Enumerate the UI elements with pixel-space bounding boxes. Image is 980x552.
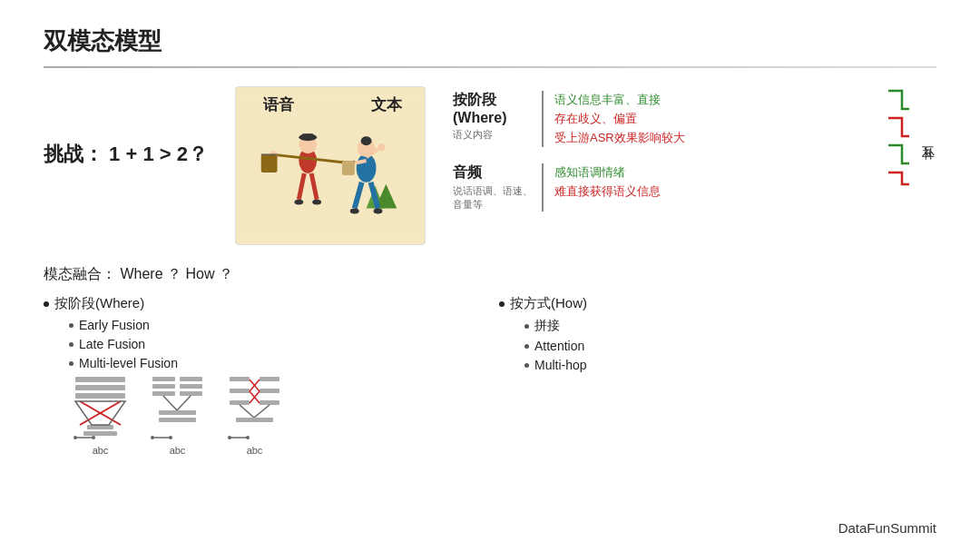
- left-item-2-label: Late Fusion: [79, 337, 145, 351]
- svg-rect-39: [152, 384, 175, 389]
- slide: 双模态模型 挑战： 1 + 1 > 2？ 语音 文本: [0, 0, 980, 552]
- left-item-3-label: Multi-level Fusion: [79, 356, 178, 370]
- left-item-1-dot: [69, 323, 74, 328]
- illus-text-label: 文本: [371, 94, 402, 115]
- svg-rect-32: [83, 431, 117, 436]
- right-bullet-dot: [499, 301, 505, 307]
- left-bullet-dot: [44, 301, 49, 307]
- title-divider: [44, 66, 936, 68]
- diagram-2: abc: [148, 372, 207, 456]
- svg-point-24: [374, 209, 383, 214]
- svg-line-61: [254, 405, 270, 418]
- svg-point-36: [92, 436, 95, 439]
- fusion-diagrams: abc: [71, 372, 481, 456]
- left-col: 按阶段(Where) Early Fusion Late Fusion Mult…: [44, 295, 481, 456]
- illus-speech-label: 语音: [263, 94, 294, 115]
- left-item-3-dot: [69, 361, 74, 366]
- svg-rect-62: [236, 418, 273, 422]
- info-row-text: 按阶段(Where) 语义内容 语义信息丰富、直接 存在歧义、偏置 受上游ASR…: [453, 91, 848, 147]
- right-item-1: 拼接: [524, 318, 936, 334]
- info-sub-label-text: 语义内容: [453, 128, 534, 142]
- diagram-1-label: abc: [93, 445, 109, 456]
- svg-point-35: [74, 436, 77, 439]
- info-bullet-text-red1: 存在歧义、偏置: [554, 110, 848, 129]
- right-item-1-label: 拼接: [534, 318, 560, 334]
- svg-rect-26: [75, 377, 125, 382]
- info-main-label-text: 按阶段(Where): [453, 91, 534, 126]
- left-item-2-dot: [69, 342, 74, 347]
- info-label-text-col: 按阶段(Where) 语义内容: [453, 91, 534, 142]
- svg-point-17: [361, 136, 372, 145]
- svg-rect-54: [230, 400, 250, 405]
- info-row-audio: 音频 说话语调、语速、音量等 感知语调情绪 难直接获得语义信息: [453, 163, 848, 212]
- complement-svg: [884, 86, 911, 186]
- right-main-bullet: 按方式(How): [499, 295, 936, 312]
- svg-rect-28: [75, 393, 125, 399]
- svg-rect-55: [260, 400, 279, 405]
- svg-point-11: [294, 200, 303, 205]
- svg-rect-13: [261, 154, 278, 172]
- left-col-title: 按阶段(Where): [54, 295, 144, 312]
- svg-rect-46: [159, 418, 196, 422]
- complement-area: 互补: [884, 86, 936, 186]
- branding: DataFunSummit: [838, 520, 936, 536]
- right-item-2: Attention: [524, 339, 936, 353]
- info-bullet-audio-green1: 感知语调情绪: [554, 163, 848, 182]
- svg-rect-51: [260, 377, 279, 381]
- svg-point-48: [151, 436, 154, 439]
- bottom-section: 模态融合： Where ？ How ？ 按阶段(Where) Early Fus…: [44, 265, 936, 456]
- svg-rect-25: [342, 161, 355, 175]
- left-item-1-label: Early Fusion: [79, 318, 150, 332]
- svg-rect-27: [75, 385, 125, 390]
- top-section: 挑战： 1 + 1 > 2？ 语音 文本: [44, 86, 936, 245]
- svg-point-12: [312, 200, 321, 205]
- mode-fusion-title: 模态融合： Where ？ How ？: [44, 265, 936, 284]
- right-item-2-dot: [524, 344, 529, 349]
- right-col: 按方式(How) 拼接 Attention Multi-hop: [499, 295, 936, 456]
- challenge-text: 挑战： 1 + 1 > 2？: [44, 141, 208, 168]
- info-main-label-audio: 音频: [453, 163, 534, 182]
- illustration-box: 语音 文本: [235, 86, 426, 245]
- svg-point-49: [169, 436, 172, 439]
- info-sub-label-audio: 说话语调、语速、音量等: [453, 184, 534, 212]
- svg-rect-45: [159, 410, 196, 415]
- svg-point-65: [246, 436, 250, 439]
- left-main-bullet: 按阶段(Where): [44, 295, 481, 312]
- diagram-1: abc: [71, 372, 130, 456]
- info-divider-v1: [542, 91, 544, 147]
- diagram-3-label: abc: [247, 445, 263, 456]
- svg-point-15: [357, 153, 377, 182]
- svg-rect-41: [152, 391, 175, 396]
- svg-line-44: [177, 396, 191, 410]
- page-title: 双模态模型: [44, 25, 936, 57]
- two-columns: 按阶段(Where) Early Fusion Late Fusion Mult…: [44, 295, 936, 456]
- info-panel: 按阶段(Where) 语义内容 语义信息丰富、直接 存在歧义、偏置 受上游ASR…: [453, 91, 848, 212]
- left-item-3: Multi-level Fusion: [69, 356, 481, 370]
- svg-point-23: [350, 209, 359, 214]
- svg-rect-38: [180, 377, 202, 381]
- left-sub-bullets: Early Fusion Late Fusion Multi-level Fus…: [44, 318, 481, 370]
- info-label-audio-col: 音频 说话语调、语速、音量等: [453, 163, 534, 212]
- svg-rect-50: [230, 377, 250, 381]
- info-bullet-text-red2: 受上游ASR效果影响较大: [554, 129, 848, 148]
- svg-rect-53: [260, 389, 279, 393]
- svg-point-64: [228, 436, 231, 439]
- diagram-3-svg: [225, 372, 284, 440]
- right-sub-bullets: 拼接 Attention Multi-hop: [499, 318, 936, 372]
- info-bullet-audio-red1: 难直接获得语义信息: [554, 182, 848, 202]
- left-item-1: Early Fusion: [69, 318, 481, 332]
- svg-rect-37: [152, 377, 175, 381]
- right-item-3-label: Multi-hop: [534, 358, 587, 372]
- right-item-3: Multi-hop: [524, 358, 936, 372]
- right-item-2-label: Attention: [534, 339, 584, 353]
- info-bullet-text-green1: 语义信息丰富、直接: [554, 91, 848, 110]
- right-col-title: 按方式(How): [510, 295, 587, 312]
- svg-line-43: [163, 396, 177, 410]
- svg-rect-40: [180, 384, 202, 389]
- svg-point-19: [377, 143, 385, 151]
- diagram-2-label: abc: [170, 445, 186, 456]
- svg-rect-52: [230, 389, 250, 393]
- diagram-3: abc: [225, 372, 284, 456]
- diagram-2-svg: [148, 372, 207, 440]
- right-item-1-dot: [524, 324, 529, 329]
